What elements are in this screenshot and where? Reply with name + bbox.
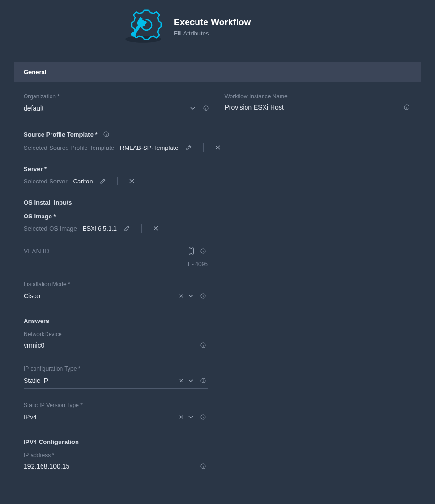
- svg-point-13: [106, 133, 106, 133]
- vlan-id-input-wrap: [24, 246, 208, 258]
- info-icon[interactable]: [102, 130, 111, 139]
- clear-icon[interactable]: [177, 376, 186, 385]
- header: Execute Workflow Fill Attributes: [0, 0, 435, 62]
- vlan-hint: 1 - 4095: [24, 261, 208, 268]
- info-icon[interactable]: [198, 461, 208, 471]
- clear-icon[interactable]: [213, 143, 222, 152]
- chevron-down-icon[interactable]: [186, 412, 196, 422]
- svg-point-19: [203, 295, 204, 295]
- spt-selected-label: Selected Source Profile Template: [24, 144, 114, 151]
- network-device-input[interactable]: [24, 340, 198, 350]
- server-head: Server *: [24, 165, 411, 173]
- info-icon[interactable]: [198, 246, 208, 256]
- page-title: Execute Workflow: [174, 17, 251, 27]
- os-image-head: OS Image *: [24, 213, 411, 220]
- svg-point-28: [203, 416, 204, 416]
- clear-icon[interactable]: [151, 224, 161, 233]
- edit-icon[interactable]: [122, 224, 132, 233]
- edit-icon[interactable]: [184, 143, 194, 152]
- separator: [203, 143, 204, 152]
- chevron-down-icon[interactable]: [186, 291, 196, 301]
- info-icon[interactable]: [201, 104, 211, 113]
- info-icon[interactable]: [198, 340, 208, 350]
- ip-config-type-select[interactable]: Static IP: [24, 375, 208, 389]
- section-general: General: [14, 62, 421, 82]
- clear-icon[interactable]: [177, 291, 186, 301]
- install-mode-value: Cisco: [24, 290, 177, 302]
- ipv4-config-head: IPV4 Configuration: [24, 438, 411, 445]
- workflow-name-input[interactable]: [225, 103, 402, 112]
- info-icon[interactable]: [198, 412, 208, 422]
- ip-config-type-value: Static IP: [24, 375, 177, 386]
- svg-point-16: [203, 250, 204, 250]
- workflow-name-label: Workflow Instance Name: [225, 93, 412, 100]
- spt-selected-value: RMLAB-SP-Template: [120, 144, 179, 151]
- separator: [117, 177, 118, 185]
- os-install-inputs-head: OS Install Inputs: [24, 199, 411, 206]
- static-ip-version-value: IPv4: [24, 411, 177, 423]
- organization-value: default: [24, 103, 188, 114]
- ip-address-label: IP address *: [24, 452, 208, 459]
- organization-select[interactable]: default: [24, 103, 211, 116]
- info-icon[interactable]: [198, 376, 208, 385]
- ip-address-input-wrap: [24, 461, 208, 473]
- static-ip-version-select[interactable]: IPv4: [24, 411, 208, 425]
- chevron-down-icon[interactable]: [186, 376, 196, 385]
- page-subtitle: Fill Attributes: [174, 30, 251, 37]
- svg-point-31: [203, 465, 204, 465]
- number-stepper[interactable]: [189, 247, 194, 255]
- separator: [141, 224, 142, 233]
- static-ip-version-label: Static IP Version Type *: [24, 402, 208, 408]
- ip-config-type-label: IP configuration Type *: [24, 365, 208, 372]
- workflow-gear-icon: [123, 9, 163, 45]
- source-profile-template-head: Source Profile Template *: [24, 131, 98, 138]
- clear-icon[interactable]: [127, 176, 136, 186]
- install-mode-select[interactable]: Cisco: [24, 290, 208, 304]
- os-image-selected-label: Selected OS Image: [24, 225, 77, 232]
- svg-point-25: [203, 379, 204, 380]
- organization-label: Organization *: [24, 93, 211, 100]
- network-device-label: NetworkDevice: [24, 331, 208, 338]
- svg-point-10: [407, 106, 407, 106]
- vlan-id-input[interactable]: [24, 246, 189, 256]
- clear-icon[interactable]: [177, 412, 186, 422]
- network-device-input-wrap: [24, 340, 208, 352]
- svg-point-7: [205, 107, 206, 107]
- ip-address-input[interactable]: [24, 461, 198, 471]
- answers-head: Answers: [24, 317, 411, 324]
- server-selected-value: Carlton: [73, 178, 93, 185]
- os-image-selected-value: ESXi 6.5.1.1: [83, 225, 117, 232]
- info-icon[interactable]: [198, 291, 208, 301]
- svg-point-22: [203, 344, 204, 344]
- server-selected-label: Selected Server: [24, 178, 68, 185]
- edit-icon[interactable]: [98, 176, 108, 186]
- workflow-name-input-wrap: [225, 103, 412, 114]
- info-icon[interactable]: [402, 103, 411, 112]
- install-mode-label: Installation Mode *: [24, 281, 208, 287]
- chevron-down-icon[interactable]: [188, 104, 197, 113]
